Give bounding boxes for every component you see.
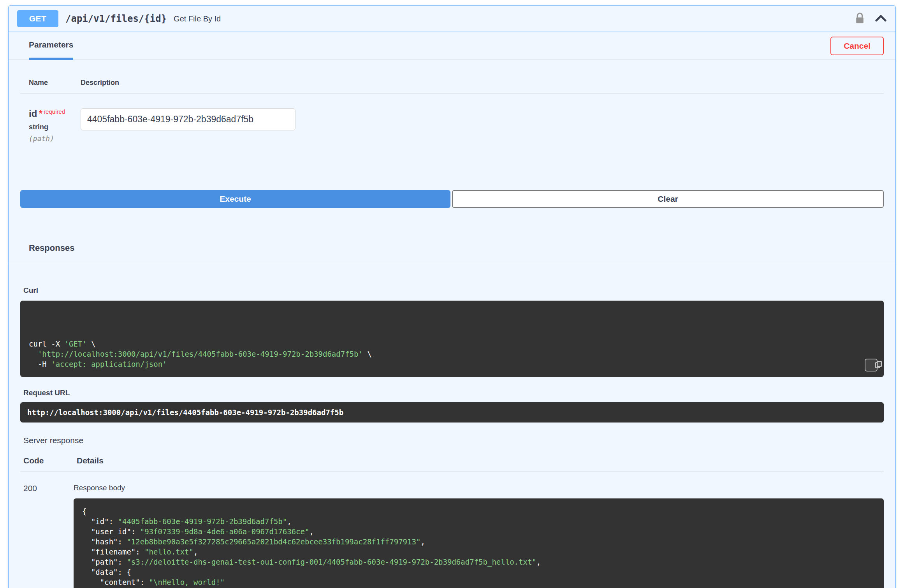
parameter-type: string	[29, 123, 81, 131]
code-line: "hash": "12eb8bbe90a3e5f327285c29665a202…	[82, 537, 875, 547]
code-line: {	[82, 506, 875, 516]
server-response-table-header: Code Details	[20, 456, 884, 472]
required-label: required	[44, 108, 65, 115]
code-line: "filename": "hello.txt",	[82, 547, 875, 557]
description-column-header: Description	[81, 79, 119, 87]
parameter-meta: id *required string (path)	[20, 108, 81, 143]
operation-block-get-file-by-id: GET /api/v1/files/{id} Get File By Id	[8, 5, 896, 588]
parameter-row-id: id *required string (path)	[20, 93, 884, 166]
server-response-label: Server response	[23, 436, 884, 445]
status-code: 200	[20, 484, 74, 588]
parameters-table-header: Name Description	[20, 60, 884, 93]
code-line: "user_id": "93f07339-9d8a-4de6-a06a-0967…	[82, 526, 875, 537]
endpoint-summary: Get File By Id	[174, 14, 221, 23]
parameter-value-cell	[81, 108, 295, 143]
copy-curl-button[interactable]	[865, 359, 878, 371]
code-line: -H 'accept: application/json'	[29, 359, 875, 369]
tab-parameters-label: Parameters	[29, 40, 73, 49]
response-details-cell: Response body { "id": "4405fabb-603e-491…	[74, 484, 884, 588]
code-line: 'http://localhost:3000/api/v1/files/4405…	[29, 349, 875, 359]
execute-row: Execute Clear	[9, 166, 895, 227]
curl-code-block: curl -X 'GET' \ 'http://localhost:3000/a…	[20, 301, 884, 377]
execute-button[interactable]: Execute	[20, 190, 450, 208]
server-response-row: 200 Response body { "id": "4405fabb-603e…	[20, 472, 884, 588]
code-line: "content": "\nHello, world!"	[82, 577, 875, 587]
details-column-header: Details	[77, 456, 104, 465]
code-column-header: Code	[23, 456, 77, 465]
curl-label: Curl	[23, 286, 884, 295]
clipboard-icon	[860, 355, 882, 375]
code-line: "path": "s3://deloitte-dhs-genai-test-ou…	[82, 557, 875, 567]
parameters-tab-bar: Parameters Cancel	[9, 32, 895, 60]
response-body-block: { "id": "4405fabb-603e-4919-972b-2b39d6a…	[74, 498, 884, 588]
auth-lock-button[interactable]	[855, 12, 865, 25]
parameters-body: Name Description id *required string (pa…	[9, 60, 895, 166]
endpoint-path: /api/v1/files/{id}	[65, 13, 167, 24]
request-url-value: http://localhost:3000/api/v1/files/4405f…	[20, 402, 884, 423]
cancel-button[interactable]: Cancel	[830, 37, 884, 55]
parameter-name: id	[29, 108, 37, 119]
code-line: curl -X 'GET' \	[29, 339, 875, 349]
http-method-badge: GET	[17, 10, 58, 27]
parameter-location: (path)	[29, 134, 81, 143]
parameter-id-input[interactable]	[81, 108, 295, 130]
name-column-header: Name	[20, 79, 81, 87]
tab-parameters[interactable]: Parameters	[29, 32, 73, 60]
responses-content: Curl curl -X 'GET' \ 'http://localhost:3…	[9, 286, 895, 588]
chevron-up-icon	[875, 14, 887, 23]
operation-summary-header[interactable]: GET /api/v1/files/{id} Get File By Id	[9, 6, 895, 32]
clear-button[interactable]: Clear	[452, 190, 884, 208]
code-line: "id": "4405fabb-603e-4919-972b-2b39d6ad7…	[82, 516, 875, 526]
request-url-label: Request URL	[23, 389, 884, 397]
lock-icon	[855, 12, 865, 25]
code-line: "data": {	[82, 567, 875, 577]
collapse-operation-button[interactable]	[875, 14, 887, 23]
response-body-label: Response body	[74, 484, 884, 492]
responses-section-title: Responses	[9, 227, 895, 262]
required-star: *	[39, 108, 42, 119]
